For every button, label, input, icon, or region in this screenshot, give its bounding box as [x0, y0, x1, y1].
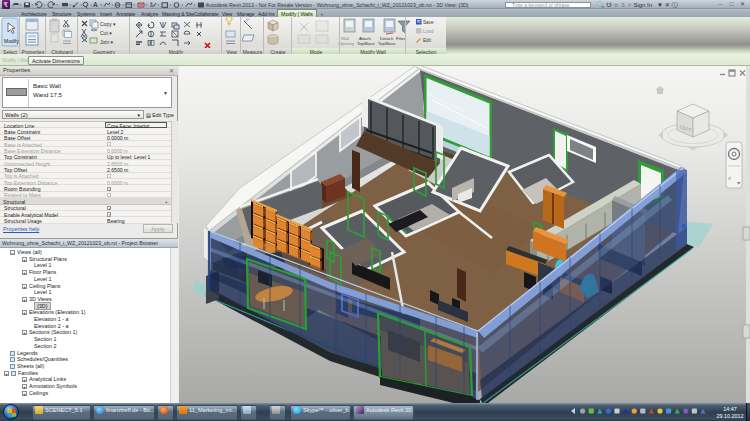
svg-text:Opening: Opening	[338, 41, 355, 46]
svg-text:Top/Base: Top/Base	[357, 41, 375, 46]
svg-text:A: A	[93, 1, 98, 8]
svg-text:Join ▾: Join ▾	[100, 39, 114, 45]
svg-text:Edit: Edit	[423, 38, 432, 43]
svg-text:Modify: Modify	[4, 38, 19, 44]
svg-text:Save: Save	[423, 20, 434, 25]
svg-text:Cut ▾: Cut ▾	[100, 30, 112, 36]
svg-text:Load: Load	[423, 29, 434, 34]
svg-text:Copy ▾: Copy ▾	[100, 21, 116, 27]
svg-text:⌕: ⌕	[727, 174, 732, 181]
svg-text:Top/Base: Top/Base	[378, 41, 396, 46]
